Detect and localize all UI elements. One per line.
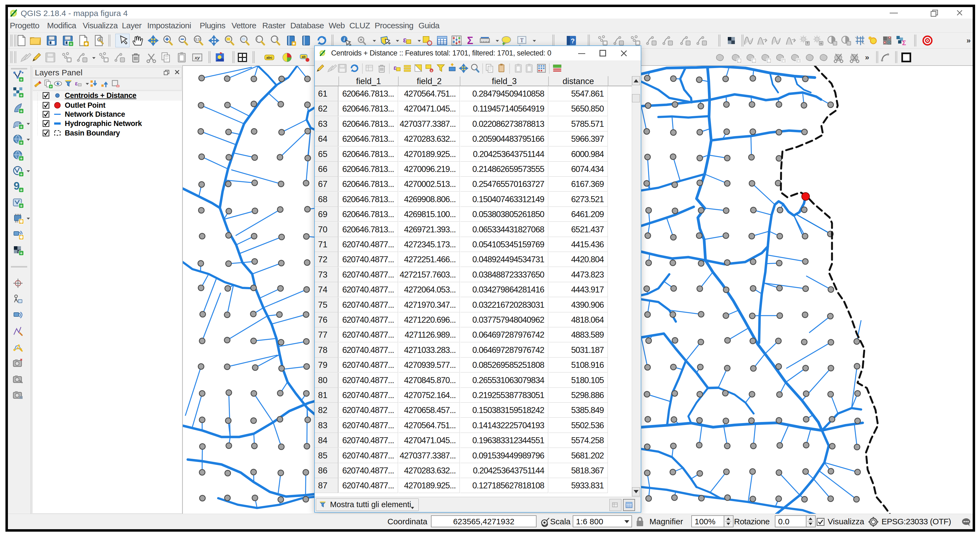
svg-text:✱: ✱ bbox=[293, 41, 296, 46]
svg-text:ε: ε bbox=[403, 36, 406, 44]
svg-text:Σ: Σ bbox=[467, 35, 473, 46]
svg-text:+: + bbox=[20, 203, 22, 208]
svg-text:✱: ✱ bbox=[767, 58, 771, 64]
svg-text:✱: ✱ bbox=[67, 58, 71, 62]
svg-text:ab: ab bbox=[302, 55, 305, 59]
svg-text:+: + bbox=[70, 41, 72, 46]
svg-text:abc: abc bbox=[266, 56, 272, 60]
svg-text:»: » bbox=[966, 36, 971, 45]
svg-text:+: + bbox=[50, 84, 52, 89]
svg-text:ε: ε bbox=[75, 80, 78, 87]
svg-text:✱: ✱ bbox=[105, 58, 108, 62]
svg-text:✱: ✱ bbox=[19, 219, 23, 224]
svg-text:T: T bbox=[520, 37, 523, 43]
svg-text:✱: ✱ bbox=[752, 58, 756, 64]
svg-text:+: + bbox=[20, 251, 22, 256]
svg-text:✱: ✱ bbox=[636, 41, 640, 45]
svg-text:✱: ✱ bbox=[84, 41, 88, 46]
svg-text:+: + bbox=[20, 156, 22, 161]
svg-text:Σ: Σ bbox=[902, 39, 906, 46]
svg-text:+: + bbox=[20, 108, 22, 114]
svg-text:?: ? bbox=[571, 37, 575, 45]
svg-text:+: + bbox=[20, 77, 22, 82]
svg-text:+: + bbox=[20, 124, 22, 129]
svg-text:s: s bbox=[431, 69, 432, 72]
svg-text:xy: xy bbox=[194, 55, 200, 60]
svg-text:+: + bbox=[20, 140, 22, 145]
svg-text:✱: ✱ bbox=[737, 58, 741, 64]
svg-text:✱: ✱ bbox=[19, 235, 23, 240]
svg-text:✱: ✱ bbox=[603, 41, 607, 45]
svg-text:x: x bbox=[782, 58, 785, 64]
svg-text:+: + bbox=[20, 172, 22, 177]
svg-text:+: + bbox=[20, 188, 22, 192]
svg-text:1:1: 1:1 bbox=[195, 38, 200, 41]
svg-text:+: + bbox=[20, 93, 22, 98]
svg-text:»: » bbox=[865, 53, 869, 62]
svg-text:x: x bbox=[797, 58, 800, 64]
